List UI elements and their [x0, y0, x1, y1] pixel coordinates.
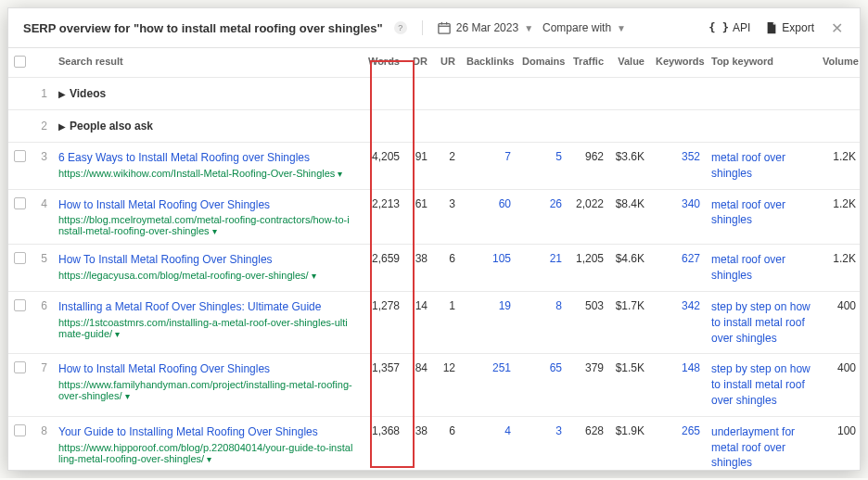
cell-traffic: 379	[568, 354, 609, 416]
caret-down-icon: ▼	[617, 23, 626, 33]
cell-top-keyword[interactable]: step by step on how to install metal roo…	[711, 362, 811, 407]
row-index: 7	[31, 354, 53, 416]
result-url[interactable]: https://legacyusa.com/blog/metal-roofing…	[58, 270, 353, 281]
cell-domains[interactable]: 3	[555, 424, 562, 437]
svg-rect-0	[439, 24, 450, 34]
table-header-row: Search result Words DR UR Backlinks Doma…	[8, 48, 861, 78]
result-title[interactable]: 6 Easy Ways to Install Metal Roofing ove…	[58, 150, 353, 166]
col-dr[interactable]: DR	[405, 48, 433, 78]
date-picker[interactable]: 26 Mar 2023 ▼	[438, 21, 533, 34]
cell-domains[interactable]: 65	[550, 361, 562, 374]
result-url[interactable]: https://www.familyhandyman.com/project/i…	[58, 379, 353, 401]
result-title[interactable]: How To Install Metal Roofing Over Shingl…	[58, 252, 353, 268]
col-domains[interactable]: Domains	[517, 48, 568, 78]
cell-keywords[interactable]: 340	[682, 197, 700, 210]
cell-top-keyword[interactable]: metal roof over shingles	[711, 253, 785, 282]
feature-label[interactable]: People also ask	[70, 120, 153, 133]
result-title[interactable]: Your Guide to Installing Metal Roofing O…	[58, 424, 353, 440]
help-icon[interactable]: ?	[394, 21, 407, 34]
cell-value: $4.6K	[609, 245, 650, 292]
col-backlinks[interactable]: Backlinks	[461, 48, 517, 78]
col-top-keyword[interactable]: Top keyword	[706, 48, 817, 78]
feature-label[interactable]: Videos	[70, 87, 106, 100]
cell-keywords[interactable]: 352	[682, 150, 700, 163]
cell-backlinks[interactable]: 251	[492, 361, 511, 374]
close-button[interactable]: ✕	[829, 19, 845, 37]
cell-domains[interactable]: 21	[550, 252, 562, 265]
caret-down-icon: ▾	[207, 454, 211, 464]
cell-volume: 400	[817, 291, 861, 353]
row-checkbox[interactable]	[14, 424, 26, 436]
row-index: 1	[31, 78, 53, 110]
cell-domains[interactable]: 5	[555, 150, 562, 163]
cell-keywords[interactable]: 265	[682, 424, 700, 437]
result-url[interactable]: https://www.hipporoof.com/blog/p.2208040…	[58, 442, 353, 464]
col-ur[interactable]: UR	[433, 48, 461, 78]
cell-backlinks[interactable]: 105	[492, 252, 511, 265]
table-row: 7How to Install Metal Roofing Over Shing…	[8, 354, 861, 416]
cell-ur: 1	[433, 291, 461, 353]
cell-value: $1.5K	[609, 354, 650, 416]
cell-dr: 84	[405, 354, 433, 416]
cell-keywords[interactable]: 627	[682, 252, 700, 265]
table-row: 4How to Install Metal Roofing Over Shing…	[8, 189, 861, 245]
cell-words: 2,659	[359, 245, 405, 292]
cell-traffic: 2,022	[568, 189, 609, 245]
cell-backlinks[interactable]: 4	[504, 424, 511, 437]
col-value[interactable]: Value	[609, 48, 650, 78]
cell-words: 1,368	[359, 416, 405, 471]
result-title[interactable]: Installing a Metal Roof Over Shingles: U…	[58, 299, 353, 315]
cell-backlinks[interactable]: 7	[504, 150, 511, 163]
serp-feature-row: 1▶Videos	[8, 78, 861, 110]
cell-domains[interactable]: 26	[550, 197, 562, 210]
result-url[interactable]: https://www.wikihow.com/Install-Metal-Ro…	[58, 168, 353, 179]
expand-icon[interactable]: ▶	[58, 121, 66, 132]
cell-ur: 6	[433, 245, 461, 292]
row-checkbox[interactable]	[14, 299, 26, 311]
cell-dr: 91	[405, 143, 433, 190]
cell-top-keyword[interactable]: underlayment for metal roof over shingle…	[711, 425, 795, 470]
cell-words: 4,205	[359, 143, 405, 190]
cell-backlinks[interactable]: 19	[499, 299, 511, 312]
cell-backlinks[interactable]: 60	[499, 197, 511, 210]
col-traffic[interactable]: Traffic	[568, 48, 609, 78]
result-url[interactable]: https://blog.mcelroymetal.com/metal-roof…	[58, 214, 353, 236]
cell-keywords[interactable]: 148	[682, 361, 700, 374]
row-checkbox[interactable]	[14, 252, 26, 264]
expand-icon[interactable]: ▶	[58, 89, 66, 99]
result-title[interactable]: How to Install Metal Roofing Over Shingl…	[58, 361, 353, 377]
document-icon	[765, 21, 778, 34]
row-index: 6	[31, 291, 53, 353]
cell-ur: 2	[433, 143, 461, 190]
cell-dr: 61	[405, 189, 433, 245]
result-title[interactable]: How to Install Metal Roofing Over Shingl…	[58, 197, 353, 213]
row-checkbox[interactable]	[14, 197, 26, 209]
col-search-result[interactable]: Search result	[53, 48, 359, 78]
export-button[interactable]: Export	[765, 21, 814, 34]
cell-top-keyword[interactable]: metal roof over shingles	[711, 198, 785, 227]
col-words[interactable]: Words	[359, 48, 405, 78]
cell-domains[interactable]: 8	[555, 299, 562, 312]
cell-top-keyword[interactable]: step by step on how to install metal roo…	[711, 300, 811, 345]
api-button[interactable]: { } API	[708, 21, 750, 34]
cell-volume: 1.2K	[817, 189, 861, 245]
row-checkbox[interactable]	[14, 150, 26, 162]
row-checkbox[interactable]	[14, 361, 26, 373]
calendar-icon	[438, 21, 451, 34]
cell-ur: 6	[433, 416, 461, 471]
col-keywords[interactable]: Keywords	[650, 48, 706, 78]
result-url[interactable]: https://1stcoastmrs.com/installing-a-met…	[58, 317, 353, 339]
cell-top-keyword[interactable]: metal roof over shingles	[711, 151, 785, 180]
select-all-checkbox[interactable]	[14, 56, 26, 68]
col-volume[interactable]: Volume	[817, 48, 861, 78]
serp-overview-panel: SERP overview for "how to install metal …	[7, 7, 861, 471]
cell-value: $1.9K	[609, 416, 650, 471]
cell-ur: 3	[433, 189, 461, 245]
cell-keywords[interactable]: 342	[682, 299, 700, 312]
toolbar-right: { } API Export ✕	[708, 19, 845, 37]
cell-words: 1,357	[359, 354, 405, 416]
row-index: 8	[31, 416, 53, 471]
row-index: 3	[31, 143, 53, 190]
cell-value: $3.6K	[609, 143, 650, 190]
compare-button[interactable]: Compare with ▼	[542, 21, 626, 34]
